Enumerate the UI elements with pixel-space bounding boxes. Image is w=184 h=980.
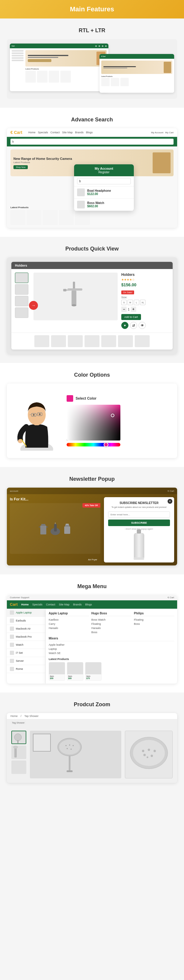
- advance-search-section: Advance Search € Cart Home Specials Cont…: [0, 108, 184, 237]
- bottom-thumb-2[interactable]: [51, 335, 66, 347]
- mm-cat-rome[interactable]: Rome: [7, 665, 45, 673]
- mm-nav-blogs[interactable]: Blogs: [85, 603, 92, 606]
- color-gradient-picker[interactable]: [67, 405, 120, 441]
- nav-specials[interactable]: Specials: [38, 131, 48, 134]
- hero-image: [153, 153, 171, 173]
- qv-bottom-thumbnails: [11, 332, 173, 350]
- gradient-cursor: [111, 414, 114, 417]
- my-cart-link[interactable]: My Cart: [165, 131, 174, 134]
- latest-prod-5: [75, 210, 90, 225]
- product-sub-label: Air Fryer: [88, 558, 98, 561]
- mm-prod-2[interactable]: Item $89: [67, 662, 83, 681]
- mm-nav-sitemap[interactable]: Site Map: [59, 603, 70, 606]
- mm-nav-contact[interactable]: Contact: [46, 603, 55, 606]
- mm-col-1: Apple Laptop Kaelboo Carry Haraalo: [49, 612, 89, 634]
- macbook-air-icon: [10, 627, 14, 631]
- subscribe-button[interactable]: SUBSCRIBE: [108, 520, 170, 526]
- nav-home[interactable]: Home: [28, 131, 35, 134]
- mm-col-1-item-2[interactable]: Carry: [49, 622, 89, 626]
- search-top-nav: € Cart Home Specials Contact Site Map Br…: [7, 128, 177, 137]
- dropdown-search-input[interactable]: [77, 178, 131, 184]
- rtl-ltr-section: RTL + LTR Cart: [0, 19, 184, 108]
- qty-decrease-btn[interactable]: −: [121, 307, 126, 312]
- pan-svg: [50, 521, 61, 536]
- cat-label-7: Server: [16, 659, 24, 662]
- wishlist-icon[interactable]: ♥: [121, 322, 128, 329]
- newsletter-mockup: account € Cart Is For Kit...: [7, 488, 177, 565]
- qty-increase-btn[interactable]: +: [131, 307, 136, 312]
- mm-mixers-item-1[interactable]: Apple leather: [49, 643, 174, 647]
- nav-brands[interactable]: Brands: [75, 131, 84, 134]
- qv-main-image-area: →: [34, 273, 118, 329]
- selected-color-swatch[interactable]: [67, 395, 73, 402]
- latest-prod-2: [27, 210, 42, 225]
- hue-slider[interactable]: [67, 443, 120, 447]
- bottom-thumb-3[interactable]: [68, 335, 83, 347]
- mm-cat-i7set[interactable]: i7 Set: [7, 649, 45, 657]
- bottom-thumb-1[interactable]: [34, 335, 49, 347]
- nav-sitemap[interactable]: Site Map: [62, 131, 73, 134]
- mm-nav-home[interactable]: Home: [21, 603, 29, 606]
- mm-cat-macbook-air[interactable]: Macbook Air: [7, 625, 45, 633]
- mm-prod-1[interactable]: Item $99: [49, 662, 65, 681]
- mm-col-1-item-1[interactable]: Kaelboo: [49, 618, 89, 622]
- mm-col-1-item-3[interactable]: Haraalo: [49, 626, 89, 630]
- mm-mixers-item-2[interactable]: Laptop: [49, 647, 174, 651]
- size-s[interactable]: S: [121, 300, 126, 305]
- item-price-2: $602.00: [87, 205, 104, 208]
- size-xl[interactable]: XL: [140, 300, 146, 305]
- qv-thumb-3[interactable]: [15, 296, 28, 306]
- svg-point-43: [142, 750, 144, 752]
- mm-cat-server[interactable]: Server: [7, 657, 45, 665]
- search-input[interactable]: b: [10, 139, 174, 145]
- zoom-thumb-1[interactable]: [11, 731, 26, 744]
- popup-close-btn[interactable]: ✕: [168, 499, 172, 504]
- zoom-thumb-2[interactable]: [11, 746, 26, 759]
- compare-icon[interactable]: ⇄: [130, 322, 137, 329]
- mm-col-3-item-1[interactable]: Floating: [134, 618, 174, 622]
- svg-point-10: [39, 414, 41, 415]
- view-icon[interactable]: 👁: [139, 322, 146, 329]
- shop-now-btn[interactable]: Shop Now: [13, 165, 28, 169]
- my-account-link[interactable]: My Account: [151, 131, 163, 134]
- bottom-thumb-6[interactable]: [118, 335, 133, 347]
- mm-mixers-item-3[interactable]: Watch SE: [49, 651, 174, 655]
- mm-col-2-item-4[interactable]: Boss: [91, 630, 132, 634]
- mm-cat-watch[interactable]: Watch: [7, 641, 45, 649]
- mm-cat-apple-laptop[interactable]: Apple Laptop: [7, 609, 45, 617]
- bottom-thumb-7[interactable]: [135, 335, 150, 347]
- mm-col-2-item-1[interactable]: Boss Watch: [91, 618, 132, 622]
- svg-point-35: [69, 745, 70, 746]
- zoom-nav-home[interactable]: Home: [10, 714, 18, 718]
- bottom-thumb-4[interactable]: [85, 335, 99, 347]
- qv-details-panel: Holders ★★★★☆ $156.00 On Sale! Size: S M…: [121, 273, 169, 329]
- size-l[interactable]: L: [134, 300, 139, 305]
- mm-col-3-item-2[interactable]: Boss: [134, 622, 174, 626]
- size-m[interactable]: M: [128, 300, 133, 305]
- mm-col-2-item-3[interactable]: Haraalo: [91, 626, 132, 630]
- zoom-thumb-3[interactable]: [11, 760, 26, 774]
- bottom-thumb-5[interactable]: [101, 335, 116, 347]
- watch-icon: [10, 643, 14, 647]
- mm-prod-3[interactable]: Item $75: [85, 662, 102, 681]
- mm-nav-brands[interactable]: Brands: [73, 603, 82, 606]
- cat-label-1: Apple Laptop: [16, 611, 32, 614]
- add-to-cart-btn[interactable]: Add to Cart: [121, 314, 141, 320]
- qv-quantity-row: − 1 +: [121, 307, 169, 312]
- mm-nav-specials[interactable]: Specials: [32, 603, 42, 606]
- qv-thumbnail-list: [15, 273, 30, 329]
- nav-contact[interactable]: Contact: [51, 131, 60, 134]
- mm-cat-macbook-pro[interactable]: Macbook Pro: [7, 633, 45, 641]
- mm-cat-earbuds[interactable]: Earbuds: [7, 617, 45, 625]
- dropdown-item-1[interactable]: Boat Headphone $122.00: [74, 186, 134, 199]
- newsletter-email-input[interactable]: [108, 511, 170, 518]
- qv-thumb-2[interactable]: [15, 284, 28, 295]
- mm-prod-info-1: Item $99: [49, 674, 65, 680]
- dropdown-item-2[interactable]: Boss Watch $602.00: [74, 199, 134, 211]
- qv-thumb-1[interactable]: [15, 273, 28, 283]
- nav-blogs[interactable]: Blogs: [86, 131, 93, 134]
- mm-col-2-item-2[interactable]: Floating: [91, 622, 132, 626]
- qv-thumb-4[interactable]: [15, 307, 28, 318]
- svg-rect-39: [69, 756, 70, 772]
- zoom-nav-product[interactable]: Tap Shower: [24, 714, 39, 718]
